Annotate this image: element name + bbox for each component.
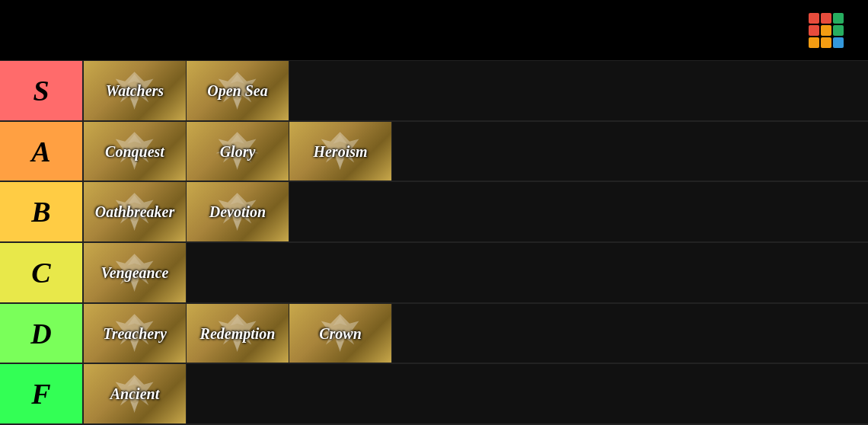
item-label: Heroism (289, 122, 391, 181)
tier-label-c: C (0, 243, 84, 302)
logo-cell-5 (833, 25, 844, 36)
tier-row-a: A Conquest Glory Heroism (0, 122, 868, 183)
logo-grid (809, 13, 844, 48)
tier-item-a-2[interactable]: Heroism (289, 122, 392, 181)
item-label: Vengeance (84, 243, 186, 302)
tier-items-d: Treachery Redemption Crown (84, 304, 868, 363)
tier-item-d-0[interactable]: Treachery (84, 304, 187, 363)
tier-item-s-1[interactable]: Open Sea (187, 61, 289, 120)
tier-empty-c (187, 243, 868, 302)
tier-empty-s (289, 61, 868, 120)
logo-cell-3 (809, 25, 819, 36)
logo-cell-1 (821, 13, 831, 24)
tier-row-d: D Treachery Redemption Crown (0, 304, 868, 365)
header (0, 0, 868, 61)
app-container: S Watchers Open SeaA Conquest Glory Hero… (0, 0, 868, 425)
item-label: Open Sea (187, 61, 289, 120)
tier-label-d: D (0, 304, 84, 363)
tier-empty-b (289, 182, 868, 241)
tier-item-s-0[interactable]: Watchers (84, 61, 187, 120)
logo-cell-7 (821, 37, 831, 48)
tier-item-b-0[interactable]: Oathbreaker (84, 182, 187, 241)
item-label: Ancient (84, 364, 186, 423)
logo-cell-2 (833, 13, 844, 24)
item-label: Conquest (84, 122, 186, 181)
tier-items-c: Vengeance (84, 243, 868, 302)
tier-item-b-1[interactable]: Devotion (187, 182, 289, 241)
tier-label-b: B (0, 182, 84, 241)
tier-item-a-1[interactable]: Glory (187, 122, 289, 181)
tier-item-a-0[interactable]: Conquest (84, 122, 187, 181)
tier-items-f: Ancient (84, 364, 868, 423)
tier-row-b: B Oathbreaker Devotion (0, 182, 868, 243)
tier-items-a: Conquest Glory Heroism (84, 122, 868, 181)
tier-empty-a (392, 122, 868, 181)
tier-label-s: S (0, 61, 84, 120)
item-label: Redemption (187, 304, 289, 363)
tier-item-d-2[interactable]: Crown (289, 304, 392, 363)
tier-row-c: C Vengeance (0, 243, 868, 304)
tier-items-b: Oathbreaker Devotion (84, 182, 868, 241)
tier-list: S Watchers Open SeaA Conquest Glory Hero… (0, 61, 868, 425)
logo-area (809, 13, 853, 48)
logo-cell-0 (809, 13, 819, 24)
tier-item-c-0[interactable]: Vengeance (84, 243, 187, 302)
tier-row-s: S Watchers Open Sea (0, 61, 868, 122)
tier-label-a: A (0, 122, 84, 181)
tier-row-f: F Ancient (0, 364, 868, 425)
tier-empty-f (187, 364, 868, 423)
item-label: Devotion (187, 182, 289, 241)
logo-cell-6 (809, 37, 819, 48)
item-label: Oathbreaker (84, 182, 186, 241)
tier-label-f: F (0, 364, 84, 423)
logo-cell-8 (833, 37, 844, 48)
tier-item-f-0[interactable]: Ancient (84, 364, 187, 423)
tier-empty-d (392, 304, 868, 363)
item-label: Crown (289, 304, 391, 363)
item-label: Glory (187, 122, 289, 181)
item-label: Watchers (84, 61, 186, 120)
logo-cell-4 (821, 25, 831, 36)
item-label: Treachery (84, 304, 186, 363)
tier-item-d-1[interactable]: Redemption (187, 304, 289, 363)
tier-items-s: Watchers Open Sea (84, 61, 868, 120)
